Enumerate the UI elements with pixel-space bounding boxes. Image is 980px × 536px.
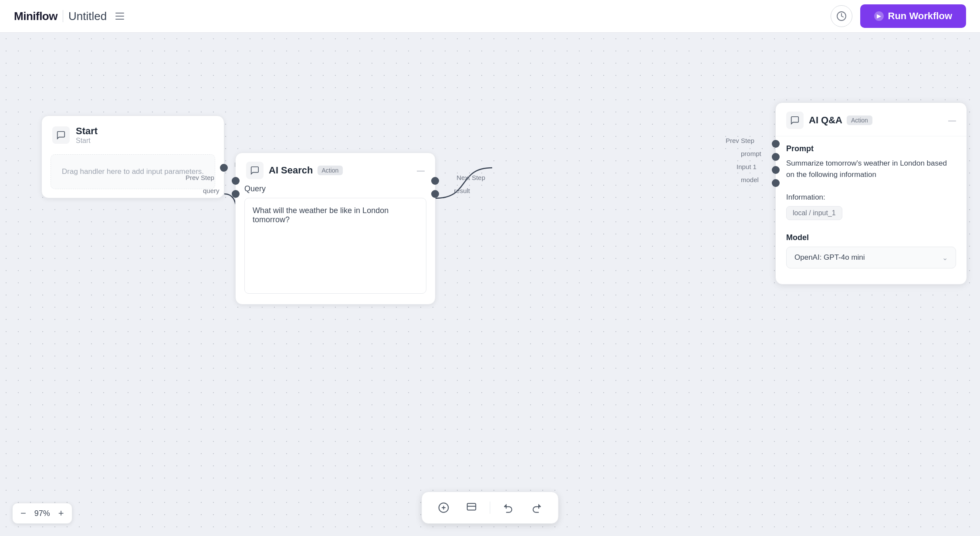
qa-model-connector-label: model: [741, 176, 759, 183]
ai-search-prev-label: Prev Step: [186, 174, 214, 181]
qa-prev-label: Prev Step: [726, 137, 754, 144]
ai-search-dash: —: [417, 166, 425, 175]
ai-search-header: AI Search Action —: [236, 153, 435, 184]
run-workflow-button[interactable]: ▶ Run Workflow: [860, 4, 966, 28]
toolbar-divider: [490, 502, 490, 514]
qa-header: AI Q&A Action —: [776, 103, 966, 136]
start-node: Start Start Drag handler here to add inp…: [41, 115, 224, 198]
information-section: Information: local / input_1: [776, 185, 966, 225]
start-title-group: Start Start: [76, 126, 98, 145]
query-section: Query: [236, 184, 435, 304]
qa-icon: [786, 112, 804, 129]
ai-search-input-prev-dot[interactable]: [232, 177, 240, 185]
ai-search-input-query-dot[interactable]: [232, 190, 240, 198]
model-select-arrow: ⌄: [942, 254, 948, 262]
model-section: Model OpenAI: GPT-4o mini ⌄: [776, 225, 966, 274]
header-right: ▶ Run Workflow: [831, 4, 966, 28]
redo-button[interactable]: [527, 498, 546, 517]
information-badge: local / input_1: [786, 206, 842, 220]
ai-search-icon: [246, 162, 264, 179]
bottom-toolbar: [422, 492, 559, 524]
qa-tag: Action: [847, 115, 872, 125]
undo-button[interactable]: [499, 498, 518, 517]
brand-name: Miniflow: [14, 10, 57, 23]
menu-icon[interactable]: [112, 8, 128, 24]
start-node-header: Start Start: [42, 116, 224, 151]
svg-rect-4: [467, 503, 476, 510]
ai-search-node: AI Search Action — Query Prev Step query…: [235, 153, 436, 305]
start-node-icon: [52, 126, 70, 144]
header-left: Miniflow Untitled: [14, 8, 128, 24]
ai-search-output-next-dot[interactable]: [431, 177, 439, 185]
query-label: Query: [244, 184, 426, 193]
prompt-section: Prompt Summarize tomorrow's weather in L…: [776, 136, 966, 185]
qa-prompt-connector-label: prompt: [741, 150, 761, 157]
qa-title: AI Q&A: [809, 115, 842, 126]
canvas: Start Start Drag handler here to add inp…: [0, 33, 980, 536]
ai-search-next-label: Next Step: [456, 174, 485, 181]
ai-search-output-result-dot[interactable]: [431, 190, 439, 198]
run-icon: ▶: [874, 11, 884, 21]
qa-dash: —: [948, 116, 956, 125]
history-button[interactable]: [831, 5, 852, 27]
information-label: Information:: [786, 193, 956, 202]
qa-prompt-dot[interactable]: [772, 153, 780, 161]
ai-search-label-group: AI Search Action: [269, 165, 343, 176]
qa-model-dot[interactable]: [772, 179, 780, 187]
start-node-title: Start: [76, 126, 98, 137]
ai-search-result-label: result: [454, 187, 470, 194]
doc-title[interactable]: Untitled: [68, 10, 107, 23]
start-node-subtitle: Start: [76, 137, 98, 145]
model-label: Model: [786, 233, 956, 242]
zoom-in-button[interactable]: +: [58, 508, 64, 519]
header-divider: [63, 10, 63, 22]
ai-search-title: AI Search: [269, 165, 313, 176]
zoom-level: 97%: [32, 509, 52, 518]
chat-button[interactable]: [462, 498, 481, 517]
prompt-section-label: Prompt: [786, 144, 956, 153]
start-node-placeholder: Drag handler here to add input parameter…: [62, 167, 204, 176]
qa-input1-label: Input 1: [737, 163, 757, 170]
add-node-button[interactable]: [434, 498, 453, 517]
zoom-controls: − 97% +: [12, 503, 72, 524]
prompt-text: Summarize tomorrow's weather in London b…: [786, 158, 956, 180]
run-button-label: Run Workflow: [888, 10, 952, 22]
qa-input1-dot[interactable]: [772, 166, 780, 174]
ai-search-tag: Action: [318, 166, 343, 175]
qa-title-group: AI Q&A Action: [809, 115, 872, 126]
model-select[interactable]: OpenAI: GPT-4o mini ⌄: [786, 247, 956, 268]
header: Miniflow Untitled ▶ Run Workflow: [0, 0, 980, 33]
qa-panel: AI Q&A Action — Prev Step prompt Input 1…: [775, 102, 967, 285]
qa-prev-dot[interactable]: [772, 140, 780, 148]
query-textarea[interactable]: [244, 198, 426, 294]
start-node-body: Drag handler here to add input parameter…: [51, 154, 215, 189]
start-output-dot[interactable]: [220, 164, 228, 172]
model-value: OpenAI: GPT-4o mini: [794, 253, 865, 262]
zoom-out-button[interactable]: −: [20, 508, 26, 519]
ai-search-query-label: query: [203, 187, 220, 194]
